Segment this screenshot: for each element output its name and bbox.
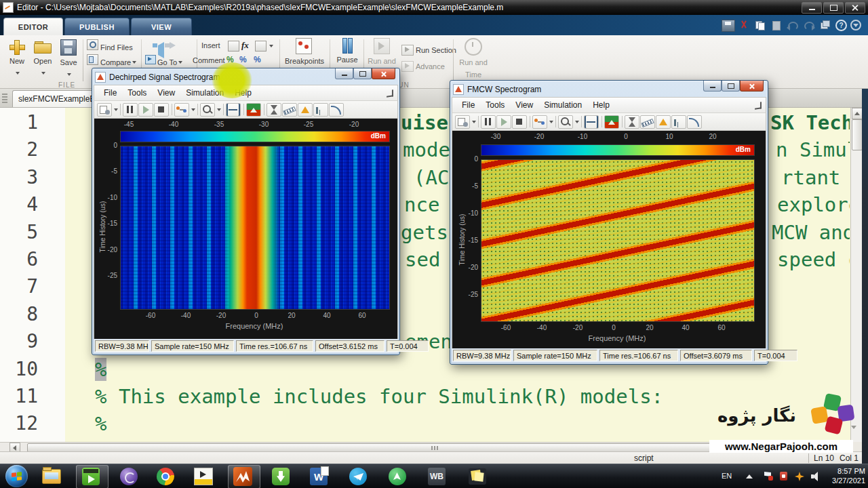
dechirped-spectrogram-image[interactable] <box>120 146 390 310</box>
simulink-snapshot-icon[interactable] <box>174 103 189 117</box>
menu-view[interactable]: View <box>510 99 538 111</box>
find-files-button[interactable]: Find Files <box>87 41 133 53</box>
help-icon[interactable]: ? <box>835 20 847 31</box>
peak-finder-icon[interactable] <box>298 103 313 117</box>
taskbar-labview[interactable] <box>194 467 213 486</box>
pause-button[interactable]: Pause <box>334 38 361 65</box>
taskbar-wb-app[interactable]: WB <box>427 467 446 486</box>
tray-app-icon[interactable] <box>780 472 787 481</box>
run-section-button[interactable]: Run Section <box>416 46 456 54</box>
taskbar-chrome[interactable] <box>156 467 175 486</box>
run-and-time-button[interactable]: Run and Time <box>458 38 488 80</box>
dock-arrow-icon[interactable] <box>387 89 393 97</box>
open-button[interactable]: Open <box>31 39 54 79</box>
cursor-measure-icon[interactable] <box>282 103 297 117</box>
compare-button[interactable]: Compare <box>87 56 136 68</box>
colormap-icon[interactable] <box>246 103 261 117</box>
matlab-editor-titlebar[interactable]: Editor - C:\Users\Mojtaba\Documents\MATL… <box>0 0 868 15</box>
menu-help[interactable]: Help <box>587 99 615 111</box>
stop-icon[interactable] <box>154 103 169 117</box>
run-and-advance-button[interactable]: Run and <box>367 38 397 66</box>
close-button[interactable] <box>740 81 764 92</box>
advance-icon[interactable] <box>401 61 414 72</box>
cursor-measure-icon[interactable] <box>640 115 655 129</box>
paste-icon[interactable] <box>770 20 783 30</box>
dock-arrow-icon[interactable] <box>755 102 762 109</box>
quick-save-icon[interactable] <box>722 20 735 32</box>
taskbar-media-player[interactable] <box>81 467 100 486</box>
switch-windows-icon[interactable] <box>819 20 831 30</box>
step-forward-icon[interactable] <box>138 103 153 117</box>
uncomment-icon[interactable]: % <box>239 55 247 64</box>
close-button[interactable] <box>372 68 395 79</box>
run-section-icon[interactable] <box>401 45 414 56</box>
export-icon[interactable] <box>97 103 112 117</box>
maximize-button[interactable] <box>722 81 740 92</box>
tray-notification-icon[interactable] <box>795 472 804 481</box>
start-button[interactable] <box>5 465 28 487</box>
tab-view[interactable]: VIEW <box>131 18 192 36</box>
menu-tools[interactable]: Tools <box>480 99 510 111</box>
taskbar-clock[interactable]: 8:57 PM 3/27/2021 <box>823 466 865 485</box>
menu-tools[interactable]: Tools <box>122 87 152 99</box>
fmcw-spectrogram-image[interactable] <box>481 159 755 322</box>
figure2-titlebar[interactable]: FMCW Spectrogram <box>452 82 766 97</box>
span-x-axis-icon[interactable] <box>584 115 599 129</box>
measure-time-icon[interactable] <box>625 115 639 129</box>
tab-publish[interactable]: PUBLISH <box>64 18 130 36</box>
save-button[interactable]: Save <box>57 39 80 80</box>
maximize-button[interactable] <box>823 2 844 14</box>
taskbar-matlab[interactable] <box>233 467 252 486</box>
scroll-left-icon[interactable] <box>9 443 20 452</box>
menu-view[interactable]: View <box>152 87 180 99</box>
copy-icon[interactable] <box>754 20 766 30</box>
minimize-button[interactable] <box>335 68 353 79</box>
insert-section-icon[interactable] <box>228 41 239 52</box>
zoom-icon[interactable] <box>558 115 573 129</box>
new-button[interactable]: New <box>5 39 28 79</box>
distortion-measure-icon[interactable] <box>313 103 328 117</box>
scroll-up-icon[interactable] <box>852 108 863 119</box>
simulink-snapshot-icon[interactable] <box>532 115 547 129</box>
channel-measure-icon[interactable] <box>329 103 344 117</box>
vertical-scroll-thumb[interactable] <box>852 119 863 150</box>
step-forward-icon[interactable] <box>496 115 511 129</box>
pause-icon[interactable] <box>123 103 138 117</box>
taskbar-word[interactable]: W <box>309 467 328 486</box>
zoom-icon[interactable] <box>200 103 215 117</box>
close-button[interactable] <box>845 2 865 14</box>
taskbar-idm[interactable] <box>271 467 290 486</box>
minimize-button[interactable] <box>802 2 822 14</box>
insert-block-icon[interactable] <box>255 41 267 52</box>
stop-icon[interactable] <box>512 115 527 129</box>
wrap-comments-icon[interactable]: % <box>254 55 261 64</box>
taskbar-sticky-notes[interactable] <box>468 467 487 486</box>
export-icon[interactable] <box>455 115 470 129</box>
tab-editor[interactable]: EDITOR <box>3 18 63 36</box>
pause-icon[interactable] <box>481 115 496 129</box>
vertical-scrollbar[interactable] <box>850 107 863 442</box>
cut-icon[interactable] <box>738 20 750 30</box>
dock-grip[interactable] <box>2 92 7 103</box>
figure2-plot-area[interactable]: -30 -20 -10 0 10 20 dBm Time History (us… <box>452 131 766 348</box>
volume-icon[interactable] <box>811 472 821 481</box>
menu-file[interactable]: File <box>98 87 122 99</box>
measure-time-icon[interactable] <box>267 103 281 117</box>
peak-finder-icon[interactable] <box>656 115 671 129</box>
action-center-icon[interactable] <box>764 472 772 481</box>
taskbar-green-app[interactable] <box>388 467 407 486</box>
span-x-axis-icon[interactable] <box>226 103 241 117</box>
insert-function-icon[interactable]: fx <box>241 40 249 51</box>
advance-button[interactable]: Advance <box>416 62 445 70</box>
colormap-icon[interactable] <box>604 115 619 129</box>
forward-icon[interactable] <box>163 42 174 52</box>
menu-file[interactable]: File <box>456 99 480 111</box>
menu-simulation[interactable]: Simulation <box>538 99 587 111</box>
go-to-button[interactable]: Go To <box>145 56 182 68</box>
channel-measure-icon[interactable] <box>687 115 702 129</box>
taskbar-explorer[interactable] <box>42 467 61 486</box>
redo-icon[interactable] <box>803 20 815 30</box>
figure1-plot-area[interactable]: -45 -40 -35 -30 -25 -20 dBm Time History… <box>94 119 398 339</box>
undo-icon[interactable] <box>787 20 799 30</box>
minimize-button[interactable] <box>703 81 722 92</box>
